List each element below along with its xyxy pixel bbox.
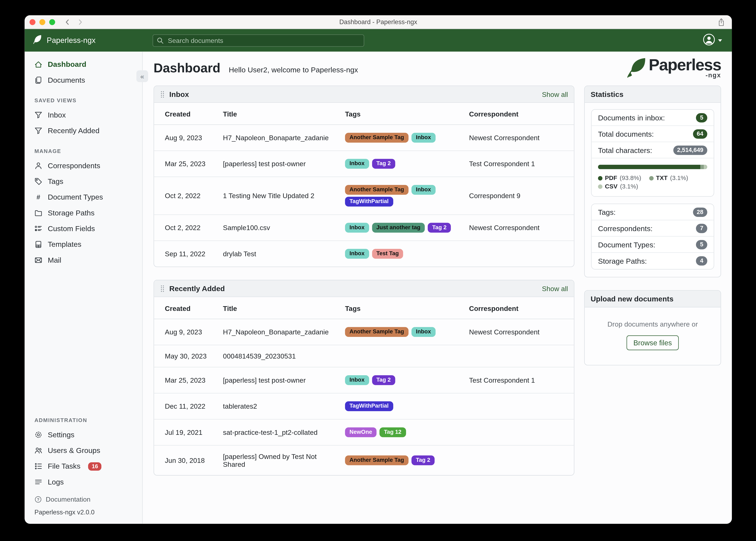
stat-label: Tags: (598, 208, 616, 216)
tag-inbox[interactable]: Inbox (345, 159, 369, 169)
zoom-window-button[interactable] (49, 19, 55, 25)
cell-correspondent: Newest Correspondent (463, 319, 574, 345)
show-all-link[interactable]: Show all (542, 284, 568, 292)
table-row[interactable]: Oct 2, 2022Sample100.csvInboxJust anothe… (154, 215, 574, 241)
stat-label: Total documents: (598, 130, 654, 138)
cell-correspondent (463, 393, 574, 419)
legend-name: TXT (656, 175, 667, 182)
tag-tag-2[interactable]: Tag 2 (411, 455, 435, 465)
cell-correspondent: Test Correspondent 1 (463, 151, 574, 177)
widget-title: Inbox (169, 90, 189, 99)
sidebar-item-file-tasks[interactable]: File Tasks16 (25, 458, 142, 474)
sidebar-item-mail[interactable]: Mail (25, 253, 142, 268)
tag-inbox[interactable]: Inbox (411, 133, 435, 143)
table-row[interactable]: Sep 11, 2022drylab TestInboxTest Tag (154, 241, 574, 267)
person-icon (34, 162, 43, 170)
sidebar-item-recently-added[interactable]: Recently Added (25, 123, 142, 139)
sidebar-item-documentation[interactable]: ? Documentation (34, 496, 132, 503)
drag-handle-icon[interactable] (160, 284, 165, 292)
tag-another-sample-tag[interactable]: Another Sample Tag (345, 133, 409, 143)
tag-tag-12[interactable]: Tag 12 (379, 427, 406, 437)
sidebar-item-templates[interactable]: Templates (25, 237, 142, 252)
sidebar-collapse-button[interactable]: « (136, 70, 148, 82)
tag-inbox[interactable]: Inbox (411, 327, 435, 337)
sidebar-item-settings[interactable]: Settings (25, 427, 142, 443)
logs-icon (34, 478, 43, 486)
table-row[interactable]: Dec 11, 2022tablerates2TagWithPartial (154, 393, 574, 419)
table-row[interactable]: Oct 2, 20221 Testing New Title Updated 2… (154, 177, 574, 215)
tag-another-sample-tag[interactable]: Another Sample Tag (345, 327, 409, 337)
table-row[interactable]: Jun 30, 2018[paperless] Owned by Test No… (154, 445, 574, 475)
sidebar-item-custom-fields[interactable]: Custom Fields (25, 221, 142, 237)
statistics-card-header: Statistics (585, 86, 721, 103)
legend-name: PDF (605, 175, 617, 182)
sidebar-item-dashboard[interactable]: Dashboard (25, 57, 142, 72)
close-window-button[interactable] (30, 19, 35, 25)
search-input[interactable] (152, 34, 364, 47)
stat-row-storage-paths: Storage Paths:4 (592, 253, 714, 269)
tag-inbox[interactable]: Inbox (345, 375, 369, 385)
cell-title: drylab Test (217, 241, 339, 267)
fields-icon (34, 225, 43, 233)
progress-segment-csv (704, 165, 707, 169)
sidebar-item-logs[interactable]: Logs (25, 474, 142, 490)
cell-correspondent: Correspondent 9 (463, 177, 574, 215)
legend-pct: (3.1%) (620, 183, 638, 190)
tag-test-tag[interactable]: Test Tag (372, 249, 403, 259)
sidebar-item-correspondents[interactable]: Correspondents (25, 158, 142, 174)
sidebar-item-label: Document Types (48, 192, 103, 202)
cell-title: [paperless] test post-owner (217, 367, 339, 393)
sidebar-item-documents[interactable]: Documents (25, 72, 142, 88)
stat-value-badge: 5 (696, 240, 707, 249)
brand-label: Paperless-ngx (47, 36, 96, 45)
tag-inbox[interactable]: Inbox (345, 223, 369, 233)
share-icon[interactable] (718, 18, 725, 28)
search-box (152, 34, 364, 47)
cell-tags: Another Sample TagTag 2 (339, 445, 463, 475)
app-header: Paperless-ngx (25, 29, 732, 52)
sidebar-item-label: Users & Groups (48, 445, 100, 455)
cell-correspondent: Newest Correspondent (463, 125, 574, 151)
column-header-created: Created (154, 297, 217, 319)
table-row[interactable]: May 30, 20230004814539_20230531 (154, 345, 574, 367)
tag-inbox[interactable]: Inbox (345, 249, 369, 259)
user-menu[interactable] (703, 33, 722, 47)
sidebar-item-users-groups[interactable]: Users & Groups (25, 443, 142, 458)
progress-segment-txt (700, 165, 704, 169)
minimize-window-button[interactable] (39, 19, 45, 25)
tag-tagwithpartial[interactable]: TagWithPartial (345, 401, 393, 411)
sidebar-item-label: Documents (48, 75, 85, 85)
sidebar-item-storage-paths[interactable]: Storage Paths (25, 205, 142, 221)
sidebar-item-inbox[interactable]: Inbox (25, 107, 142, 123)
table-row[interactable]: Aug 9, 2023H7_Napoleon_Bonaparte_zadanie… (154, 125, 574, 151)
upload-dropzone[interactable]: Drop documents anywhere or Browse files (585, 307, 721, 365)
table-row[interactable]: Mar 25, 2023[paperless] test post-ownerI… (154, 151, 574, 177)
table-row[interactable]: Aug 9, 2023H7_Napoleon_Bonaparte_zadanie… (154, 319, 574, 345)
table-row[interactable]: Mar 25, 2023[paperless] test post-ownerI… (154, 367, 574, 393)
tag-another-sample-tag[interactable]: Another Sample Tag (345, 185, 409, 195)
table-row[interactable]: Jul 19, 2021sat-practice-test-1_pt2-coll… (154, 419, 574, 445)
back-icon[interactable] (64, 18, 71, 25)
browse-files-button[interactable]: Browse files (626, 335, 679, 350)
drag-handle-icon[interactable] (160, 90, 165, 98)
tag-inbox[interactable]: Inbox (411, 185, 435, 195)
forward-icon[interactable] (77, 18, 84, 25)
tag-tag-2[interactable]: Tag 2 (372, 159, 395, 169)
window-title: Dashboard - Paperless-ngx (25, 18, 732, 26)
tag-newone[interactable]: NewOne (345, 427, 377, 437)
tag-tag-2[interactable]: Tag 2 (372, 375, 395, 385)
sidebar-item-tags[interactable]: Tags (25, 174, 142, 189)
tag-tagwithpartial[interactable]: TagWithPartial (345, 197, 393, 207)
cell-tags: Another Sample TagInbox (339, 319, 463, 345)
show-all-link[interactable]: Show all (542, 90, 568, 98)
stat-row-documents-in-inbox: Documents in inbox:5 (592, 110, 714, 126)
upload-card: Upload new documents Drop documents anyw… (584, 290, 721, 365)
cell-title: H7_Napoleon_Bonaparte_zadanie (217, 319, 339, 345)
tag-just-another-tag[interactable]: Just another tag (372, 223, 425, 233)
tag-another-sample-tag[interactable]: Another Sample Tag (345, 455, 409, 465)
brand[interactable]: Paperless-ngx (25, 34, 143, 46)
sidebar-item-document-types[interactable]: #Document Types (25, 189, 142, 205)
sidebar-item-label: Dashboard (48, 60, 86, 70)
logo-text: Paperless (649, 57, 721, 73)
tag-tag-2[interactable]: Tag 2 (428, 223, 451, 233)
